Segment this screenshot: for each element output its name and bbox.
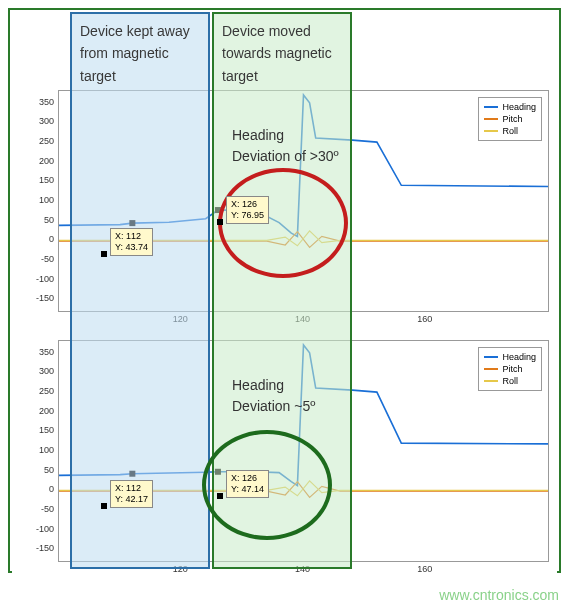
- x-axis-1: 120140160: [58, 312, 549, 330]
- datatip-2-blue-y: Y: 42.17: [115, 494, 148, 505]
- y-tick: -100: [36, 524, 54, 534]
- swatch-heading: [484, 356, 498, 358]
- datatip-1-blue-x: X: 112: [115, 231, 148, 242]
- datatip-marker-icon: [217, 493, 223, 499]
- swatch-heading: [484, 106, 498, 108]
- datatip-1-blue-y: Y: 43.74: [115, 242, 148, 253]
- y-tick: 50: [44, 465, 54, 475]
- y-tick: 150: [39, 175, 54, 185]
- legend-1: Heading Pitch Roll: [478, 97, 542, 141]
- x-tick: 120: [173, 314, 188, 324]
- datatip-marker-icon: [101, 251, 107, 257]
- heading-deviation-note-2: Heading Deviation ~5º: [232, 375, 315, 417]
- plot-svg-2: [59, 341, 548, 561]
- y-tick: -100: [36, 274, 54, 284]
- y-tick: 150: [39, 425, 54, 435]
- datatip-2-green-y: Y: 47.14: [231, 484, 264, 495]
- y-tick: 300: [39, 366, 54, 376]
- y-tick: 250: [39, 136, 54, 146]
- y-tick: 200: [39, 406, 54, 416]
- legend-row-roll: Roll: [484, 125, 536, 137]
- datatip-2-green: X: 126 Y: 47.14: [226, 470, 269, 498]
- datatip-marker: [215, 469, 221, 475]
- legend-label-pitch: Pitch: [502, 113, 522, 125]
- y-tick: -150: [36, 543, 54, 553]
- y-tick: 100: [39, 195, 54, 205]
- datatip-marker: [215, 207, 221, 213]
- y-tick: -150: [36, 293, 54, 303]
- y-tick: 300: [39, 116, 54, 126]
- x-tick: 160: [417, 564, 432, 574]
- legend-label-pitch: Pitch: [502, 363, 522, 375]
- y-tick: 250: [39, 386, 54, 396]
- datatip-1-green: X: 126 Y: 76.95: [226, 196, 269, 224]
- note2-line2: Deviation ~5º: [232, 396, 315, 417]
- heading-deviation-note-1: Heading Deviation of >30º: [232, 125, 339, 167]
- outer-frame: Device kept away from magnetic target De…: [8, 8, 561, 573]
- watermark-text: www.cntronics.com: [439, 587, 559, 603]
- plot-area-1: Heading Pitch Roll: [58, 90, 549, 312]
- note2-line1: Heading: [232, 375, 315, 396]
- datatip-2-green-x: X: 126: [231, 473, 264, 484]
- plot-area-2: Heading Pitch Roll: [58, 340, 549, 562]
- y-axis-1: Deg -150-100-50050100150200250300350: [12, 90, 58, 312]
- x-axis-2: 120140160: [58, 562, 549, 580]
- x-tick: 160: [417, 314, 432, 324]
- legend-label-roll: Roll: [502, 125, 518, 137]
- legend-row-pitch: Pitch: [484, 113, 536, 125]
- x-tick: 120: [173, 564, 188, 574]
- y-tick: 0: [49, 234, 54, 244]
- swatch-roll: [484, 130, 498, 132]
- datatip-2-blue-x: X: 112: [115, 483, 148, 494]
- y-tick: 350: [39, 347, 54, 357]
- datatip-marker-icon: [217, 219, 223, 225]
- legend-label-roll: Roll: [502, 375, 518, 387]
- x-tick: 140: [295, 314, 310, 324]
- y-axis-2: Deg -150-100-50050100150200250300350: [12, 340, 58, 562]
- swatch-pitch: [484, 368, 498, 370]
- zone-green-label: Device moved towards magnetic target: [214, 14, 350, 87]
- y-tick: 200: [39, 156, 54, 166]
- plot-svg-1: [59, 91, 548, 311]
- legend-row-heading: Heading: [484, 101, 536, 113]
- legend-row-pitch: Pitch: [484, 363, 536, 375]
- swatch-pitch: [484, 118, 498, 120]
- y-tick: -50: [41, 254, 54, 264]
- y-tick: 0: [49, 484, 54, 494]
- datatip-1-green-x: X: 126: [231, 199, 264, 210]
- legend-row-heading: Heading: [484, 351, 536, 363]
- datatip-marker-icon: [101, 503, 107, 509]
- datatip-marker: [129, 220, 135, 226]
- y-tick: 50: [44, 215, 54, 225]
- legend-label-heading: Heading: [502, 101, 536, 113]
- datatip-2-blue: X: 112 Y: 42.17: [110, 480, 153, 508]
- datatip-1-green-y: Y: 76.95: [231, 210, 264, 221]
- note1-line1: Heading: [232, 125, 339, 146]
- legend-row-roll: Roll: [484, 375, 536, 387]
- x-tick: 140: [295, 564, 310, 574]
- datatip-marker: [129, 471, 135, 477]
- zone-blue-label: Device kept away from magnetic target: [72, 14, 208, 87]
- legend-2: Heading Pitch Roll: [478, 347, 542, 391]
- y-tick: 350: [39, 97, 54, 107]
- swatch-roll: [484, 380, 498, 382]
- legend-label-heading: Heading: [502, 351, 536, 363]
- datatip-1-blue: X: 112 Y: 43.74: [110, 228, 153, 256]
- note1-line2: Deviation of >30º: [232, 146, 339, 167]
- y-tick: -50: [41, 504, 54, 514]
- y-tick: 100: [39, 445, 54, 455]
